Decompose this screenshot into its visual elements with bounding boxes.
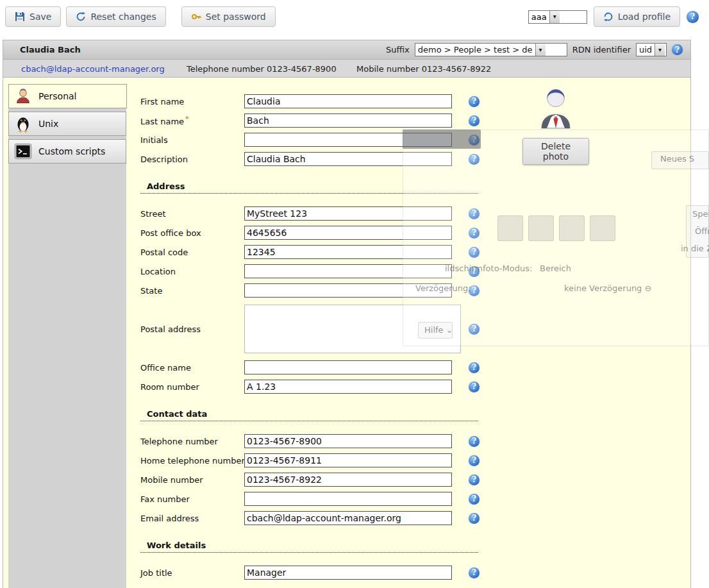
form-row-mobile-number: Mobile number bbox=[140, 470, 499, 489]
toolbar: Save Reset changes Set password aaa L bbox=[5, 5, 699, 28]
tab-unix[interactable]: Unix bbox=[8, 112, 126, 136]
suffix-select-value: demo > People > test > de bbox=[415, 44, 535, 56]
help-icon[interactable] bbox=[469, 154, 480, 165]
fax-number-input[interactable] bbox=[244, 492, 452, 506]
help-icon[interactable] bbox=[687, 11, 699, 23]
job-title-input[interactable] bbox=[244, 566, 452, 580]
help-icon[interactable] bbox=[469, 362, 480, 373]
help-icon[interactable] bbox=[469, 135, 480, 146]
field-label: Postal address bbox=[140, 324, 244, 334]
help-icon[interactable] bbox=[469, 228, 480, 239]
form-row-post-office-box: Post office box bbox=[140, 223, 499, 242]
tab-custom-scripts[interactable]: Custom scripts bbox=[8, 139, 126, 164]
field-label: Room number bbox=[140, 382, 244, 392]
chevron-down-icon bbox=[549, 11, 560, 23]
state-input[interactable] bbox=[244, 283, 452, 298]
profile-select[interactable]: aaa bbox=[528, 10, 587, 24]
field-label: Fax number bbox=[140, 494, 244, 504]
set-password-label: Set password bbox=[206, 12, 266, 22]
ghost-fragment: Öffne bbox=[695, 226, 709, 236]
form-row-job-title: Job title bbox=[140, 563, 499, 582]
email-link[interactable]: cbach@ldap-account-manager.org bbox=[21, 63, 165, 73]
reset-changes-button[interactable]: Reset changes bbox=[66, 6, 165, 27]
initials-input[interactable] bbox=[244, 133, 452, 147]
last-name-input[interactable] bbox=[244, 113, 452, 128]
first-name-input[interactable] bbox=[244, 94, 452, 108]
help-icon[interactable] bbox=[672, 44, 683, 55]
help-icon[interactable] bbox=[469, 324, 480, 335]
post-office-box-input[interactable] bbox=[244, 226, 452, 240]
save-icon bbox=[15, 12, 25, 22]
chevron-down-icon bbox=[655, 44, 665, 56]
office-name-input[interactable] bbox=[244, 360, 452, 374]
form-row-room-number: Room number bbox=[140, 377, 499, 396]
help-icon[interactable] bbox=[469, 455, 480, 466]
help-icon[interactable] bbox=[469, 567, 480, 578]
help-icon[interactable] bbox=[469, 382, 480, 392]
reset-icon bbox=[76, 12, 86, 22]
form-row-fax-number: Fax number bbox=[140, 489, 499, 508]
page: Save Reset changes Set password aaa L bbox=[0, 0, 709, 588]
help-icon[interactable] bbox=[469, 96, 480, 107]
reset-changes-label: Reset changes bbox=[90, 12, 156, 22]
load-profile-button[interactable]: Load profile bbox=[594, 6, 680, 27]
form-row-state: State bbox=[140, 281, 499, 300]
field-label: Office name bbox=[140, 363, 244, 373]
help-icon[interactable] bbox=[469, 436, 480, 447]
room-number-input[interactable] bbox=[244, 380, 452, 394]
account-infobar: cbach@ldap-account-manager.org Telephone… bbox=[3, 60, 690, 78]
person-icon bbox=[14, 87, 32, 105]
field-label: Location bbox=[140, 267, 244, 276]
postal-address-input[interactable] bbox=[244, 305, 461, 353]
field-label: Description bbox=[140, 155, 244, 164]
titlebar-right: Suffix demo > People > test > de RDN ide… bbox=[386, 43, 683, 56]
mobile-number-input[interactable] bbox=[244, 473, 452, 487]
required-star: * bbox=[185, 115, 189, 123]
help-icon[interactable] bbox=[469, 266, 480, 277]
field-label: Last name* bbox=[140, 115, 244, 126]
field-label: Telephone number bbox=[140, 437, 244, 446]
location-input[interactable] bbox=[244, 264, 452, 278]
account-frame: Claudia Bach Suffix demo > People > test… bbox=[3, 40, 691, 588]
help-icon[interactable] bbox=[469, 494, 480, 505]
email-address-input[interactable] bbox=[244, 511, 452, 525]
tab-label: Custom scripts bbox=[38, 146, 105, 156]
refresh-icon bbox=[603, 12, 613, 22]
help-icon[interactable] bbox=[469, 247, 480, 258]
home-telephone-number-input[interactable] bbox=[244, 453, 452, 467]
set-password-button[interactable]: Set password bbox=[181, 6, 276, 27]
field-label: Initials bbox=[140, 135, 244, 145]
postal-code-input[interactable] bbox=[244, 245, 452, 259]
content: PersonalUnixCustom scripts First nameLas… bbox=[3, 78, 690, 588]
form-row-email-address: Email address bbox=[140, 508, 499, 528]
help-icon[interactable] bbox=[469, 285, 480, 296]
terminal-icon bbox=[14, 142, 32, 160]
street-input[interactable] bbox=[244, 206, 452, 221]
account-titlebar: Claudia Bach Suffix demo > People > test… bbox=[3, 40, 690, 60]
tab-personal[interactable]: Personal bbox=[8, 84, 127, 108]
description-input[interactable] bbox=[244, 152, 452, 166]
rdn-identifier-select[interactable]: uid bbox=[636, 43, 667, 56]
form-row-home-telephone-number: Home telephone number bbox=[140, 451, 499, 470]
help-icon[interactable] bbox=[469, 208, 480, 219]
form-main: First nameLast name*InitialsDescriptionA… bbox=[140, 92, 499, 582]
help-icon[interactable] bbox=[469, 115, 480, 126]
header-telephone: Telephone number 0123-4567-8900 bbox=[187, 63, 337, 73]
save-button-label: Save bbox=[29, 12, 51, 22]
toolbar-right: aaa Load profile bbox=[528, 6, 699, 27]
suffix-select[interactable]: demo > People > test > de bbox=[415, 43, 567, 56]
help-icon[interactable] bbox=[469, 513, 480, 524]
form-row-office-name: Office name bbox=[140, 358, 499, 377]
field-label: Home telephone number bbox=[140, 456, 244, 466]
delete-photo-button[interactable]: Delete photo bbox=[522, 138, 589, 165]
page-title: Claudia Bach bbox=[20, 45, 81, 55]
field-label: First name bbox=[140, 97, 244, 106]
field-label: Mobile number bbox=[140, 475, 244, 485]
section-header-work-details: Work details bbox=[140, 541, 478, 553]
help-icon[interactable] bbox=[469, 475, 480, 485]
telephone-number-input[interactable] bbox=[244, 434, 452, 448]
form-row-street: Street bbox=[140, 204, 499, 223]
save-button[interactable]: Save bbox=[5, 6, 61, 27]
section-header-contact-data: Contact data bbox=[140, 409, 478, 421]
form-row-last-name: Last name* bbox=[140, 111, 499, 130]
